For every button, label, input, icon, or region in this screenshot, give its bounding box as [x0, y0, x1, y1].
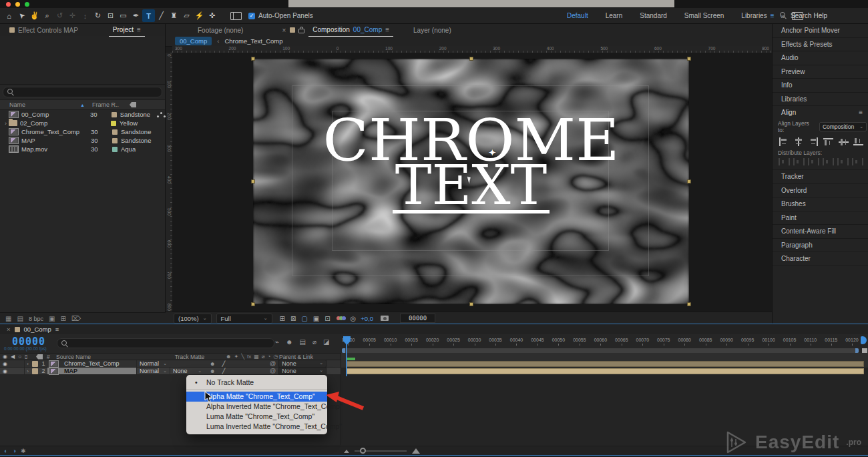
sidebar-panel-tab[interactable]: Character	[773, 252, 868, 266]
project-row[interactable]: 00_Comp 30 Sandstone	[0, 110, 165, 119]
transform-handle[interactable]	[251, 57, 255, 61]
layer-source-name[interactable]: MAP	[47, 368, 136, 374]
sidebar-panel-tab[interactable]: Info	[773, 79, 868, 93]
composition-frame[interactable]: CHROME TEXT ✦	[253, 59, 689, 304]
align-left-icon[interactable]	[779, 137, 789, 146]
blend-mode-dropdown[interactable]: Normal ⌄	[136, 360, 170, 367]
distribute-left-icon[interactable]	[823, 158, 834, 165]
align-horizontal-center-icon[interactable]	[793, 137, 803, 146]
viewer-canvas[interactable]: CHROME TEXT ✦	[172, 53, 772, 312]
distribute-bottom-icon[interactable]	[808, 158, 819, 165]
transform-handle[interactable]	[469, 57, 473, 61]
eye-icon[interactable]: ◉	[3, 354, 7, 360]
shy-icon[interactable]: ☻	[226, 354, 231, 360]
roto-brush-tool[interactable]: ⚡	[193, 9, 206, 22]
workspace-tab[interactable]: Default	[558, 12, 597, 19]
menu-item[interactable]: • Luma Inverted Matte "Chrome_Text_Comp"	[186, 422, 327, 432]
choose-view-layout-icon[interactable]: ⊞	[280, 315, 285, 322]
sidebar-panel-tab[interactable]: Libraries	[773, 93, 868, 107]
tab-composition[interactable]: Composition 00_Comp ≡	[308, 24, 393, 37]
layer-source-name[interactable]: Chrome_Text_Comp	[47, 360, 136, 367]
panel-menu-icon[interactable]: ≡	[385, 26, 389, 33]
sidebar-panel-tab[interactable]: Effects & Presets	[773, 38, 868, 52]
current-frame-field[interactable]: 00000	[400, 314, 435, 323]
project-row[interactable]: › 02_Comp Yellow	[0, 119, 165, 127]
transparency-icon[interactable]: ▦	[254, 354, 259, 360]
type-tool[interactable]: T	[142, 9, 155, 22]
project-search-input[interactable]	[3, 87, 162, 97]
sidebar-panel-tab[interactable]: Anchor Point Mover	[773, 24, 868, 38]
quality-icon[interactable]: ╲	[241, 354, 244, 360]
motion-blur-toggle-icon[interactable]: ⌀	[312, 338, 316, 346]
bit-depth-button[interactable]: 8 bpc	[29, 316, 43, 322]
track-matte-column[interactable]: Track Matte	[154, 354, 226, 360]
panel-menu-icon[interactable]: ≡	[55, 326, 59, 333]
work-area-bar[interactable]	[342, 348, 859, 353]
layer-number-column[interactable]: #	[47, 354, 56, 360]
workspace-tab[interactable]: Libraries	[732, 12, 775, 19]
menu-item[interactable]: • Luma Matte "Chrome_Text_Comp"	[186, 412, 327, 422]
close-icon[interactable]: ×	[7, 326, 11, 333]
transform-handle[interactable]	[251, 179, 255, 183]
auto-open-checkbox[interactable]: ✓	[248, 13, 255, 19]
hand-tool[interactable]: ✌	[28, 9, 41, 22]
grid-view-icon[interactable]: ▦	[5, 315, 11, 322]
distribute-horizontal-center-icon[interactable]	[837, 158, 849, 165]
rotate-tool[interactable]: ↻	[91, 9, 104, 22]
eye-icon[interactable]: ◉	[3, 368, 9, 374]
transform-handle[interactable]	[687, 57, 691, 61]
list-view-icon[interactable]: ▤	[17, 315, 23, 322]
exposure-icon[interactable]: ◎	[351, 315, 357, 322]
guides-icon[interactable]: ⊡	[324, 315, 330, 322]
shy-icon[interactable]: ☻	[210, 368, 215, 374]
magnification-dropdown[interactable]: (100%) ⌄	[174, 314, 212, 324]
distribute-vertical-center-icon[interactable]	[793, 158, 805, 165]
align-to-dropdown[interactable]: Composition ⌄	[819, 122, 867, 131]
label-column-icon[interactable]	[36, 354, 47, 360]
panel-icon[interactable]	[230, 12, 242, 20]
breadcrumb-comp[interactable]: 00_Comp	[175, 37, 212, 45]
sidebar-panel-tab[interactable]: Preview	[773, 65, 868, 79]
column-frame-rate[interactable]: Frame R..	[92, 101, 130, 108]
shy-toggle-icon[interactable]: ☻	[286, 338, 293, 346]
home-tool[interactable]: ⌂	[3, 9, 15, 22]
blend-mode-dropdown[interactable]: Normal ⌄	[136, 368, 170, 374]
zoom-in-icon[interactable]	[412, 448, 420, 454]
zoom-out-icon[interactable]	[344, 450, 349, 453]
track-matte-dropdown[interactable]: None ⌄	[170, 368, 204, 374]
orbit-camera-tool[interactable]: ↺	[53, 9, 66, 22]
traffic-light-button[interactable]	[25, 2, 29, 7]
quality-icon[interactable]: ╱	[222, 361, 225, 367]
audio-icon[interactable]: ◀	[11, 354, 15, 360]
eye-icon[interactable]: ◉	[3, 361, 9, 367]
region-of-interest-icon[interactable]: ▣	[313, 315, 319, 322]
pick-whip-icon[interactable]: @	[270, 368, 276, 374]
delete-icon[interactable]: ⌦	[71, 315, 81, 322]
layer-color-chip[interactable]	[32, 368, 38, 374]
timeline-tab[interactable]: × 00_Comp ≡	[0, 324, 868, 334]
layer-duration-bar[interactable]	[347, 361, 864, 367]
chrome-text-layer[interactable]: CHROME TEXT	[253, 117, 689, 213]
fx-icon[interactable]: fx	[247, 354, 251, 360]
zoom-slider-knob[interactable]	[360, 448, 366, 454]
project-row[interactable]: Map.mov 30 Aqua	[0, 145, 165, 153]
zoom-tool[interactable]: ⌕	[41, 9, 53, 22]
sidebar-panel-tab[interactable]: Overlord	[773, 184, 868, 198]
brush-tool[interactable]: ╱	[155, 9, 168, 22]
align-vertical-center-icon[interactable]	[839, 137, 849, 146]
brainstorm-icon[interactable]: ✱	[21, 448, 26, 454]
expand-arrow-icon[interactable]: ›	[3, 120, 9, 127]
sidebar-panel-tab[interactable]: Brushes	[773, 197, 868, 211]
pan-camera-tool[interactable]: ✛	[66, 9, 79, 22]
layer-switches[interactable]: ☻ ╱	[204, 361, 244, 367]
transform-handle[interactable]	[687, 302, 691, 306]
align-right-icon[interactable]	[809, 137, 819, 146]
transform-handle[interactable]	[251, 302, 255, 306]
mask-visibility-icon[interactable]: ▢	[301, 315, 307, 322]
motion-blur-icon[interactable]: ◔	[268, 354, 271, 360]
snapshot-camera-icon[interactable]	[381, 316, 389, 321]
menu-item[interactable]: • No Track Matte	[186, 378, 327, 388]
layer-duration-bar[interactable]	[347, 368, 864, 374]
timeline-search-input[interactable]	[57, 338, 274, 348]
new-folder-icon[interactable]: ▣	[49, 315, 55, 322]
